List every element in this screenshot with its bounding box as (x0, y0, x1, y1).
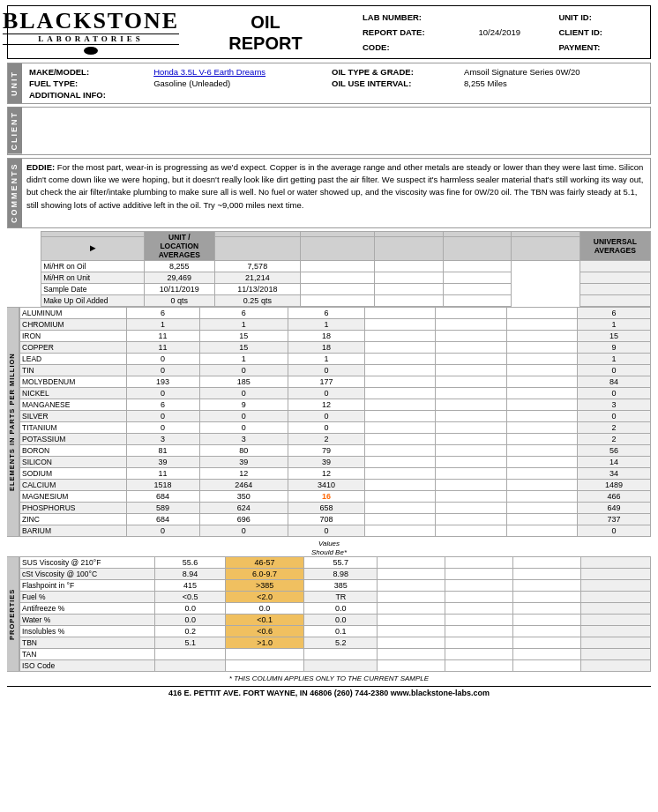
elem-label: SODIUM (20, 468, 127, 480)
prop-v4 (378, 626, 445, 637)
prop-label: cSt Viscosity @ 100°C (20, 569, 155, 580)
elem-label: LEAD (20, 354, 127, 365)
elem-label: SILVER (20, 411, 127, 422)
elem-univ: 2 (577, 422, 650, 434)
col6-date (443, 237, 512, 261)
prop-univ (580, 649, 650, 660)
prop-v2: <0.6 (225, 626, 304, 637)
prop-label: Insolubles % (20, 626, 155, 637)
comments-person: EDDIE: (26, 162, 55, 172)
prop-v6 (512, 580, 580, 592)
unit-content: MAKE/MODEL: Honda 3.5L V-6 Earth Dreams … (22, 63, 650, 103)
prop-v5 (445, 557, 513, 569)
top-row-v3 (300, 272, 374, 284)
prop-v1 (155, 660, 225, 672)
elem-v6 (506, 514, 577, 525)
elem-v2: 80 (199, 445, 288, 457)
elem-v2: 2464 (199, 480, 288, 491)
elem-v4 (364, 491, 435, 503)
elem-v5 (436, 457, 506, 468)
top-row-v3 (300, 261, 374, 272)
elem-label: COPPER (20, 342, 127, 354)
prop-v5 (445, 603, 513, 615)
elem-v3: 177 (288, 376, 364, 388)
payment-value (640, 40, 647, 55)
prop-v4 (378, 649, 445, 660)
logo-text: BLACKSTONE LABORATORIES (3, 10, 179, 55)
prop-v3: 0.1 (304, 626, 378, 637)
prop-v5 (445, 580, 513, 592)
prop-v4 (378, 603, 445, 615)
prop-label: ISO Code (20, 660, 155, 672)
prop-label: Water % (20, 615, 155, 626)
properties-wrapper: PROPERTIES SUS Viscosity @ 210°F 55.6 46… (7, 556, 651, 672)
client-section: CLIENT (7, 107, 651, 155)
elem-v2: 3 (199, 434, 288, 445)
elem-v2: 185 (199, 376, 288, 388)
elem-v6 (506, 411, 577, 422)
elem-label: SILICON (20, 457, 127, 468)
report-title: OIL REPORT (170, 11, 361, 54)
elem-v4 (364, 503, 435, 514)
prop-univ (580, 580, 650, 592)
prop-v2 (225, 649, 304, 660)
elem-v1: 684 (126, 491, 199, 503)
prop-v2: <2.0 (225, 592, 304, 603)
elem-v1: 11 (126, 468, 199, 480)
comments-vert-label: COMMENTS (8, 159, 22, 227)
elem-v6 (506, 525, 577, 537)
elem-v5 (436, 365, 506, 376)
data-section: UNIT / LOCATION AVERAGES UNIVERSAL AVERA… (7, 231, 651, 538)
top-row-v4 (374, 272, 443, 284)
lab-number-label: LAB NUMBER: (361, 10, 476, 25)
prop-v3: 0.0 (304, 615, 378, 626)
top-row-v2: 11/13/2018 (214, 284, 300, 295)
elem-v2: 1 (199, 319, 288, 331)
prop-v2: >385 (225, 580, 304, 592)
code-label: CODE: (361, 40, 476, 55)
header: BLACKSTONE LABORATORIES OIL REPORT LAB N… (7, 5, 651, 59)
elem-v5 (436, 434, 506, 445)
elem-v5 (436, 376, 506, 388)
elem-v4 (364, 422, 435, 434)
elem-v6 (506, 308, 577, 319)
elem-v3: 18 (288, 342, 364, 354)
elem-v1: 684 (126, 514, 199, 525)
prop-univ (580, 557, 650, 569)
prop-v1: 55.6 (155, 557, 225, 569)
elem-v2: 0 (199, 422, 288, 434)
elem-v5 (436, 525, 506, 537)
prop-v4 (378, 557, 445, 569)
elem-v6 (506, 445, 577, 457)
col-univ-header: UNIVERSAL AVERAGES (579, 231, 650, 261)
top-row-v1: 8,255 (144, 261, 214, 272)
fuel-type-label: FUEL TYPE: (26, 78, 151, 89)
elem-v1: 6 (126, 308, 199, 319)
elem-v4 (364, 411, 435, 422)
elem-univ: 6 (577, 308, 650, 319)
unit-id-label: UNIT ID: (557, 10, 640, 25)
top-row-univ (579, 295, 650, 307)
elem-label: TITANIUM (20, 422, 127, 434)
elem-v5 (436, 468, 506, 480)
elem-univ: 1489 (577, 480, 650, 491)
elem-v3: 0 (288, 525, 364, 537)
prop-label: SUS Viscosity @ 210°F (20, 557, 155, 569)
elem-v2: 0 (199, 525, 288, 537)
prop-v6 (512, 603, 580, 615)
elem-v3: 658 (288, 503, 364, 514)
additional-info-label: ADDITIONAL INFO: (26, 89, 151, 101)
elem-v3: 0 (288, 411, 364, 422)
elem-univ: 1 (577, 319, 650, 331)
top-row-univ (579, 261, 650, 272)
elem-label: POTASSIUM (20, 434, 127, 445)
elem-label: MANGANESE (20, 399, 127, 411)
logo-area: BLACKSTONE LABORATORIES (11, 10, 170, 55)
prop-v2: 0.0 (225, 603, 304, 615)
prop-v2 (225, 660, 304, 672)
report-date-value: 10/24/2019 (476, 25, 557, 40)
col7-date (512, 237, 580, 261)
page: BLACKSTONE LABORATORIES OIL REPORT LAB N… (0, 0, 658, 703)
elem-v5 (436, 399, 506, 411)
client-id-label: CLIENT ID: (557, 25, 640, 40)
